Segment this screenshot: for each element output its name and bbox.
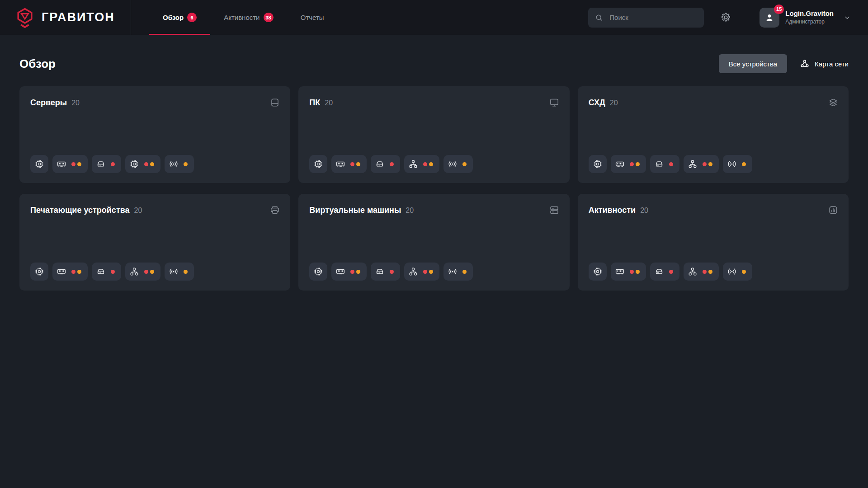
status-chip[interactable] — [589, 263, 607, 281]
red-status-dot — [144, 270, 148, 274]
person-icon — [764, 12, 775, 23]
search-input[interactable] — [609, 13, 698, 22]
status-chip-row — [309, 263, 473, 281]
orange-status-dot — [462, 162, 467, 166]
page-title: Обзор — [19, 57, 56, 71]
status-chip[interactable] — [52, 263, 88, 281]
chevron-down-icon — [844, 14, 851, 21]
device-card[interactable]: Виртуальные машины 20 — [298, 194, 569, 291]
gear-icon — [720, 12, 731, 23]
status-chip[interactable] — [443, 263, 473, 281]
status-chip[interactable] — [611, 155, 646, 173]
disk-icon — [375, 159, 385, 169]
status-chip[interactable] — [650, 263, 679, 281]
status-chip[interactable] — [723, 155, 752, 173]
brand[interactable]: ГРАВИТОН — [0, 0, 131, 35]
search-box[interactable] — [588, 8, 704, 28]
ram-icon — [335, 267, 345, 277]
status-dots — [462, 162, 467, 166]
status-dots — [71, 162, 81, 166]
status-chip[interactable] — [92, 263, 121, 281]
status-chip[interactable] — [589, 155, 607, 173]
vm-rack-icon — [549, 205, 560, 216]
orange-status-dot — [150, 270, 154, 274]
status-chip[interactable] — [52, 155, 88, 173]
orange-status-dot — [184, 162, 188, 166]
ram-icon — [335, 159, 345, 169]
status-chip[interactable] — [611, 263, 646, 281]
device-card[interactable]: СХД 20 — [578, 86, 849, 183]
settings-button[interactable] — [718, 10, 733, 25]
printer-icon — [269, 205, 280, 216]
status-dots — [184, 162, 188, 166]
status-chip[interactable] — [309, 155, 327, 173]
status-chip[interactable] — [650, 155, 679, 173]
status-chip-row — [589, 263, 752, 281]
cpu-icon — [313, 267, 323, 277]
user-menu[interactable]: 15 Login.Graviton Администратор — [760, 8, 851, 28]
orange-status-dot — [429, 162, 433, 166]
monitor-icon — [549, 97, 560, 108]
status-chip-row — [589, 155, 752, 173]
orange-status-dot — [742, 270, 746, 274]
status-chip[interactable] — [404, 263, 439, 281]
tab-1[interactable]: Обзор 6 — [149, 0, 210, 35]
status-dots — [184, 270, 188, 274]
status-chip[interactable] — [443, 155, 473, 173]
status-chip[interactable] — [684, 155, 719, 173]
device-card[interactable]: Печатающие устройства 20 — [19, 194, 290, 291]
orange-status-dot — [429, 270, 433, 274]
red-status-dot — [144, 162, 148, 166]
red-status-dot — [350, 270, 354, 274]
card-count: 20 — [325, 99, 333, 107]
main-tabs: Обзор 6 Активности 38 Отчеты — [149, 0, 338, 35]
tab-badge: 6 — [187, 13, 197, 22]
status-chip[interactable] — [371, 155, 400, 173]
status-chip[interactable] — [309, 263, 327, 281]
device-card[interactable]: ПК 20 — [298, 86, 569, 183]
status-chip[interactable] — [30, 263, 48, 281]
device-card[interactable]: Серверы 20 — [19, 86, 290, 183]
ram-icon — [57, 267, 66, 277]
card-count: 20 — [134, 206, 142, 215]
signal-icon — [448, 159, 458, 169]
status-chip[interactable] — [331, 263, 367, 281]
status-chip[interactable] — [165, 263, 194, 281]
avatar: 15 — [760, 8, 779, 28]
status-chip-row — [30, 263, 194, 281]
orange-status-dot — [356, 162, 360, 166]
graviton-logo-icon — [15, 6, 35, 29]
status-chip[interactable] — [723, 263, 752, 281]
network-map-button[interactable]: Карта сети — [799, 56, 849, 72]
sitemap-icon — [408, 267, 418, 277]
status-dots — [423, 270, 433, 274]
status-chip[interactable] — [92, 155, 121, 173]
all-devices-button[interactable]: Все устройства — [719, 54, 787, 73]
card-count: 20 — [610, 99, 618, 107]
orange-status-dot — [184, 270, 188, 274]
status-chip[interactable] — [125, 263, 160, 281]
status-chip[interactable] — [371, 263, 400, 281]
tab-2[interactable]: Активности 38 — [210, 0, 287, 35]
status-chip[interactable] — [165, 155, 194, 173]
red-status-dot — [71, 162, 75, 166]
red-status-dot — [350, 162, 354, 166]
orange-status-dot — [77, 270, 81, 274]
status-chip[interactable] — [30, 155, 48, 173]
sitemap-icon — [688, 267, 698, 277]
brand-name: ГРАВИТОН — [42, 10, 115, 24]
status-chip[interactable] — [331, 155, 367, 173]
status-chip-row — [309, 155, 473, 173]
status-dots — [111, 162, 115, 166]
orange-status-dot — [708, 270, 712, 274]
signal-icon — [727, 159, 737, 169]
status-chip[interactable] — [684, 263, 719, 281]
device-card[interactable]: Активности 20 — [578, 194, 849, 291]
cpu-icon — [34, 159, 44, 169]
red-status-dot — [669, 270, 673, 274]
tab-3[interactable]: Отчеты — [287, 0, 338, 35]
card-title: Печатающие устройства — [30, 206, 130, 215]
signal-icon — [169, 267, 179, 277]
status-chip[interactable] — [404, 155, 439, 173]
status-chip[interactable] — [125, 155, 160, 173]
